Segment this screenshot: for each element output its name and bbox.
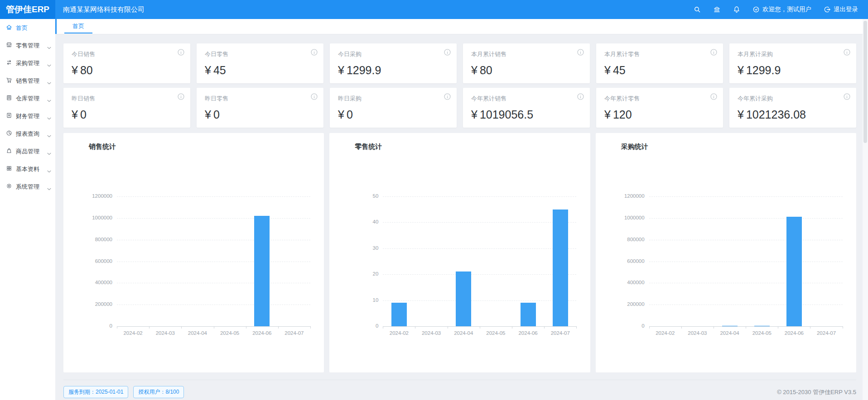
bar bbox=[722, 326, 738, 326]
logout-icon bbox=[824, 6, 831, 13]
top-bar: 管伊佳ERP 南通某某网络科技有限公司 bbox=[0, 0, 868, 19]
company-name: 南通某某网络科技有限公司 bbox=[63, 5, 145, 14]
card-label: 今日零售 bbox=[205, 50, 316, 58]
gridline bbox=[649, 218, 843, 219]
sidebar-item-basic-data[interactable]: 基本资料 bbox=[0, 160, 55, 178]
card-value: ¥120 bbox=[604, 108, 716, 121]
x-axis-tick bbox=[181, 326, 182, 329]
sidebar-item-products[interactable]: 商品管理 bbox=[0, 143, 55, 160]
card-value: ¥80 bbox=[471, 64, 583, 77]
x-axis-tick bbox=[214, 326, 214, 329]
x-axis-tick-label: 2024-07 bbox=[274, 330, 314, 336]
y-axis-tick-label: 10 bbox=[329, 297, 378, 303]
gridline bbox=[383, 222, 576, 223]
info-icon[interactable] bbox=[444, 49, 451, 57]
chevron-down-icon bbox=[47, 62, 51, 68]
info-icon[interactable] bbox=[577, 49, 584, 57]
y-axis-tick-label: 600000 bbox=[596, 258, 645, 264]
chevron-down-icon bbox=[47, 167, 51, 174]
x-axis-tick bbox=[681, 326, 682, 329]
y-axis-tick-label: 200000 bbox=[63, 301, 112, 307]
footer-bar: 服务到期：2025-01-01 授权用户：8/100 © 2015-2030 管… bbox=[63, 380, 856, 400]
sidebar-item-finance[interactable]: 财务管理 bbox=[0, 107, 55, 125]
service-expiry-badge[interactable]: 服务到期：2025-01-01 bbox=[63, 386, 128, 398]
stat-card-yesterday-purchase: 昨日采购 ¥0 bbox=[330, 88, 457, 128]
info-icon[interactable] bbox=[710, 93, 717, 102]
card-label: 昨日零售 bbox=[205, 95, 316, 103]
info-icon[interactable] bbox=[844, 93, 850, 102]
card-label: 昨日销售 bbox=[72, 95, 183, 103]
home-icon bbox=[6, 24, 12, 32]
stat-card-month-purchase: 本月累计采购 ¥1299.9 bbox=[729, 43, 856, 83]
info-icon[interactable] bbox=[844, 49, 850, 57]
x-axis-tick bbox=[480, 326, 480, 329]
sidebar-item-label: 首页 bbox=[16, 24, 28, 32]
sidebar-item-warehouse[interactable]: 仓库管理 bbox=[0, 90, 55, 107]
chevron-down-icon bbox=[47, 44, 51, 51]
bell-icon[interactable] bbox=[733, 6, 740, 13]
chevron-down-icon bbox=[47, 132, 51, 139]
bar bbox=[391, 303, 407, 326]
y-axis-tick-label: 400000 bbox=[596, 280, 645, 285]
sidebar-item-purchase[interactable]: 采购管理 bbox=[0, 54, 55, 72]
info-icon[interactable] bbox=[710, 49, 717, 57]
gridline bbox=[649, 305, 843, 305]
sidebar-item-label: 零售管理 bbox=[16, 42, 39, 50]
x-axis-tick bbox=[149, 326, 149, 329]
gridline bbox=[383, 196, 576, 197]
card-label: 今日采购 bbox=[338, 50, 449, 58]
sidebar-item-retail[interactable]: 零售管理 bbox=[0, 37, 55, 54]
sidebar-item-home[interactable]: 首页 bbox=[0, 19, 55, 37]
x-axis-tick bbox=[746, 326, 746, 329]
info-icon[interactable] bbox=[178, 93, 184, 102]
sidebar: 首页 零售管理 采购管理 销售管理 bbox=[0, 19, 55, 400]
chevron-down-icon bbox=[47, 79, 51, 86]
sidebar-item-system[interactable]: 系统管理 bbox=[0, 178, 55, 195]
stat-card-today-retail: 今日零售 ¥45 bbox=[197, 43, 323, 83]
info-icon[interactable] bbox=[311, 49, 318, 57]
user-menu[interactable]: 欢迎您，测试用户 bbox=[752, 5, 811, 14]
bank-icon[interactable] bbox=[713, 6, 721, 13]
logout-button[interactable]: 退出登录 bbox=[824, 5, 858, 14]
sidebar-item-sales[interactable]: 销售管理 bbox=[0, 72, 55, 90]
info-icon[interactable] bbox=[311, 93, 318, 102]
bar bbox=[521, 303, 536, 326]
gridline bbox=[117, 283, 310, 283]
sidebar-item-label: 财务管理 bbox=[16, 112, 39, 120]
x-axis-tick-label: 2024-07 bbox=[806, 330, 847, 336]
bag-icon bbox=[6, 148, 12, 155]
scrollbar-thumb[interactable] bbox=[863, 21, 867, 143]
card-value: ¥80 bbox=[72, 64, 183, 77]
stat-card-grid: 今日销售 ¥80 今日零售 ¥45 今日采购 ¥1299.9 本月累计销售 ¥8… bbox=[63, 43, 856, 128]
gridline bbox=[383, 300, 576, 301]
gridline bbox=[383, 248, 576, 249]
footer-badges: 服务到期：2025-01-01 授权用户：8/100 bbox=[63, 386, 189, 398]
bar bbox=[786, 217, 802, 326]
y-axis-tick-label: 20 bbox=[329, 271, 378, 276]
search-icon[interactable] bbox=[694, 6, 701, 13]
card-label: 今年累计采购 bbox=[738, 95, 849, 103]
scrollbar-track[interactable] bbox=[863, 19, 868, 400]
card-value: ¥45 bbox=[205, 64, 316, 77]
bar bbox=[456, 271, 471, 326]
stat-card-year-purchase: 今年累计采购 ¥1021236.08 bbox=[729, 88, 856, 128]
licensed-users-badge[interactable]: 授权用户：8/100 bbox=[133, 386, 184, 398]
card-value: ¥0 bbox=[338, 108, 449, 121]
chevron-down-icon bbox=[47, 97, 51, 104]
bar bbox=[553, 210, 568, 326]
stat-card-month-retail: 本月累计零售 ¥45 bbox=[596, 43, 723, 83]
gridline bbox=[117, 262, 310, 262]
retail-chart-panel: 零售统计 010203040502024-022024-032024-04202… bbox=[329, 133, 590, 372]
sidebar-item-label: 系统管理 bbox=[16, 183, 39, 191]
y-axis-tick-label: 1000000 bbox=[596, 215, 645, 220]
stat-card-today-sales: 今日销售 ¥80 bbox=[63, 43, 190, 83]
welcome-text: 欢迎您，测试用户 bbox=[762, 5, 811, 14]
finance-icon bbox=[6, 112, 12, 120]
info-icon[interactable] bbox=[178, 49, 184, 57]
info-icon[interactable] bbox=[577, 93, 584, 102]
info-icon[interactable] bbox=[444, 93, 451, 102]
logout-label: 退出登录 bbox=[834, 5, 858, 14]
sidebar-item-reports[interactable]: 报表查询 bbox=[0, 125, 55, 143]
tab-home[interactable]: 首页 bbox=[64, 19, 92, 33]
x-axis-tick bbox=[778, 326, 778, 329]
